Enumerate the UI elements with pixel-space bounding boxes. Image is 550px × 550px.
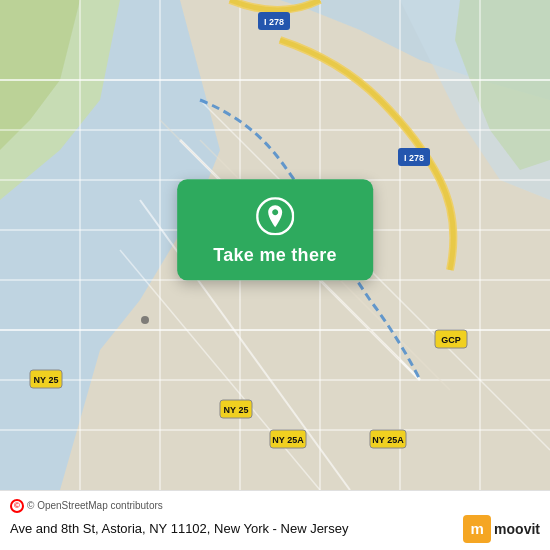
svg-text:NY 25A: NY 25A (272, 435, 304, 445)
svg-text:I 278: I 278 (404, 153, 424, 163)
map-pin-icon (256, 197, 294, 235)
map-view: I 278 I 278 NY 25 NY 25 NY 25A NY 25A GC… (0, 0, 550, 490)
take-me-there-button[interactable]: Take me there (177, 179, 373, 280)
address-label: Ave and 8th St, Astoria, NY 11102, New Y… (10, 521, 463, 536)
svg-text:NY 25A: NY 25A (372, 435, 404, 445)
take-me-there-label: Take me there (213, 245, 337, 266)
svg-point-41 (141, 316, 149, 324)
svg-text:NY 25: NY 25 (224, 405, 249, 415)
svg-text:NY 25: NY 25 (34, 375, 59, 385)
moovit-label: moovit (494, 521, 540, 537)
svg-text:I 278: I 278 (264, 17, 284, 27)
moovit-logo: m moovit (463, 515, 540, 543)
svg-text:GCP: GCP (441, 335, 461, 345)
footer: © © OpenStreetMap contributors Ave and 8… (0, 490, 550, 550)
osm-logo: © (10, 499, 24, 513)
moovit-m-icon: m (463, 515, 491, 543)
osm-attribution: © OpenStreetMap contributors (27, 500, 540, 511)
